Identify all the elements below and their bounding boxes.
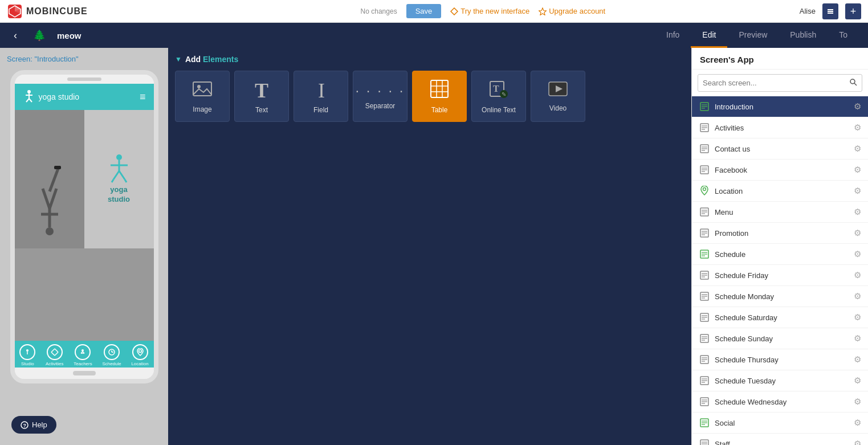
logo-text: MOBINCUBE: [26, 6, 88, 17]
search-button[interactable]: [845, 75, 862, 91]
phone-mockup: yoga studio ≡: [10, 70, 158, 383]
element-table[interactable]: Table: [412, 71, 467, 122]
left-panel: Screen: "Introduction": [0, 48, 168, 445]
screen-item-activities[interactable]: Activities ⚙: [692, 117, 868, 138]
search-input[interactable]: [698, 75, 845, 91]
help-button[interactable]: ? Help: [11, 416, 56, 434]
screen-item-schedule[interactable]: Schedule ⚙: [692, 244, 868, 265]
screen-item-location[interactable]: Location ⚙: [692, 181, 868, 202]
screen-item-schedule-thursday-name: Schedule Thursday: [715, 356, 849, 364]
phone-nav-activities-label: Activities: [46, 361, 64, 366]
svg-point-34: [81, 349, 84, 352]
screen-item-introduction-gear[interactable]: ⚙: [854, 101, 861, 112]
save-button[interactable]: Save: [406, 4, 442, 18]
screen-item-schedule-wednesday[interactable]: Schedule Wednesday ⚙: [692, 391, 868, 413]
screen-item-promotion-gear[interactable]: ⚙: [854, 228, 861, 238]
screen-item-staff[interactable]: Staff ⚙: [692, 434, 868, 445]
screen-item-schedule-monday[interactable]: Schedule Monday ⚙: [692, 286, 868, 307]
yoga-person-left: [27, 157, 72, 248]
svg-point-28: [26, 349, 28, 352]
element-online-text[interactable]: T ✎ Online Text: [471, 71, 526, 122]
element-field[interactable]: I Field: [294, 71, 348, 122]
element-text[interactable]: T Text: [234, 71, 289, 122]
svg-line-26: [112, 179, 113, 182]
screen-item-activities-name: Activities: [715, 124, 849, 132]
phone-nav-location: Location: [131, 344, 148, 366]
svg-point-55: [850, 79, 855, 84]
svg-line-12: [26, 99, 29, 102]
middle-panel: ▼ Add Elements Image T Text: [168, 48, 691, 445]
phone-nav-location-icon: [132, 344, 148, 360]
video-element-label: Video: [549, 104, 567, 112]
tab-to[interactable]: To: [828, 23, 859, 48]
tab-edit[interactable]: Edit: [691, 23, 727, 48]
screen-item-menu[interactable]: Menu ⚙: [692, 202, 868, 223]
phone-nav-location-label: Location: [131, 361, 148, 366]
screen-item-schedule-wednesday-name: Schedule Wednesday: [715, 398, 849, 406]
image-element-icon: [192, 80, 213, 102]
nav-bar: ‹ 🌲 meow Info Edit Preview Publish To: [0, 23, 868, 48]
screen-name: "Introduction": [34, 55, 78, 63]
svg-rect-8: [828, 13, 833, 14]
screen-item-contact-us[interactable]: Contact us ⚙: [692, 138, 868, 160]
screen-item-staff-name: Staff: [715, 440, 849, 446]
element-separator[interactable]: · · · · · Separator: [353, 71, 407, 122]
phone-nav-studio-label: Studio: [21, 361, 34, 366]
screen-item-social-gear[interactable]: ⚙: [854, 418, 861, 428]
element-video[interactable]: Video: [531, 71, 585, 122]
screen-item-contact-us-icon: [699, 143, 710, 154]
screen-item-schedule-sunday-name: Schedule Sunday: [715, 334, 849, 343]
svg-text:?: ?: [23, 423, 27, 428]
screen-item-location-gear[interactable]: ⚙: [854, 186, 861, 196]
tab-publish[interactable]: Publish: [779, 23, 828, 48]
screen-item-schedule-saturday[interactable]: Schedule Saturday ⚙: [692, 307, 868, 328]
screen-item-schedule-gear[interactable]: ⚙: [854, 249, 861, 259]
screen-item-schedule-monday-gear[interactable]: ⚙: [854, 291, 861, 301]
svg-rect-7: [828, 11, 833, 12]
screen-item-schedule-sunday-gear[interactable]: ⚙: [854, 333, 861, 344]
screen-item-facebook[interactable]: Facebook ⚙: [692, 160, 868, 181]
screen-item-schedule-wednesday-gear[interactable]: ⚙: [854, 397, 861, 407]
new-interface-link[interactable]: Try the new interface: [450, 7, 529, 15]
phone-bottom-nav: Studio Activities Teachers: [15, 341, 154, 368]
screen-item-schedule-thursday-gear[interactable]: ⚙: [854, 354, 861, 365]
svg-rect-20: [54, 166, 61, 169]
screen-item-schedule-tuesday-gear[interactable]: ⚙: [854, 375, 861, 386]
svg-rect-6: [828, 9, 833, 10]
svg-line-33: [51, 352, 55, 356]
screen-item-schedule-thursday[interactable]: Schedule Thursday ⚙: [692, 349, 868, 370]
screen-item-schedule-sunday-icon: [699, 333, 710, 344]
element-image[interactable]: Image: [175, 71, 230, 122]
screen-item-introduction[interactable]: Introduction ⚙: [692, 96, 868, 117]
phone-nav-schedule-label: Schedule: [102, 361, 121, 366]
screen-item-social[interactable]: Social ⚙: [692, 413, 868, 434]
screen-item-schedule-friday[interactable]: Schedule Friday ⚙: [692, 265, 868, 286]
phone-nav-teachers-icon: [75, 344, 91, 360]
upgrade-link[interactable]: Upgrade account: [539, 7, 605, 15]
phone-notch: [15, 75, 154, 84]
add-screen-button[interactable]: [822, 3, 838, 19]
screen-item-staff-gear[interactable]: ⚙: [854, 439, 861, 445]
yoga-person-right: [105, 154, 133, 185]
screen-item-schedule-saturday-name: Schedule Saturday: [715, 313, 849, 322]
screen-item-activities-gear[interactable]: ⚙: [854, 123, 861, 133]
screen-item-promotion[interactable]: Promotion ⚙: [692, 223, 868, 244]
screen-item-facebook-gear[interactable]: ⚙: [854, 165, 861, 175]
screen-item-schedule-tuesday[interactable]: Schedule Tuesday ⚙: [692, 370, 868, 391]
screen-item-schedule-friday-gear[interactable]: ⚙: [854, 270, 861, 280]
svg-line-56: [854, 83, 857, 85]
phone-nav-teachers: Teachers: [74, 344, 92, 366]
back-button[interactable]: ‹: [9, 27, 22, 44]
screen-item-menu-gear[interactable]: ⚙: [854, 207, 861, 217]
tab-preview[interactable]: Preview: [727, 23, 779, 48]
add-button[interactable]: +: [845, 3, 861, 19]
screen-item-contact-us-name: Contact us: [715, 145, 849, 153]
text-element-label: Text: [255, 106, 268, 114]
phone-nav-studio-icon: [19, 344, 35, 360]
screen-item-schedule-sunday[interactable]: Schedule Sunday ⚙: [692, 328, 868, 349]
app-name: meow: [57, 31, 81, 40]
screen-item-contact-us-gear[interactable]: ⚙: [854, 144, 861, 154]
tab-info[interactable]: Info: [655, 23, 691, 48]
table-icon: [430, 79, 449, 99]
screen-item-schedule-saturday-gear[interactable]: ⚙: [854, 312, 861, 322]
